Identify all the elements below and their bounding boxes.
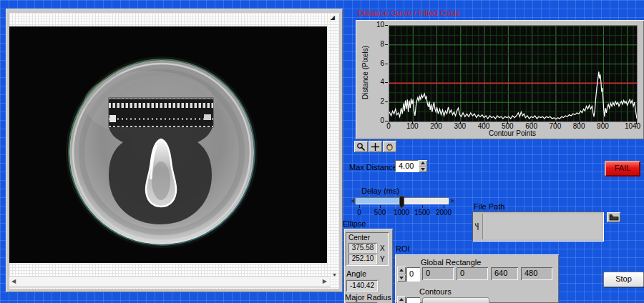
x-tick-mark	[579, 121, 580, 124]
pan-tool-button[interactable]	[383, 141, 396, 152]
contours-label: Contours	[419, 287, 452, 296]
center-label: Center	[348, 234, 370, 242]
graph-palette	[354, 141, 399, 153]
spinner-up-button[interactable]	[419, 160, 427, 167]
scale-tick	[422, 205, 423, 208]
max-distance-label: Max Distance	[349, 163, 397, 172]
y-tick-mark	[385, 82, 388, 83]
rect-bottom-value[interactable]: 480	[521, 267, 552, 280]
x-tick-mark	[412, 121, 413, 124]
spinner-down-button[interactable]	[397, 274, 406, 282]
y-tick-label: 8	[366, 40, 384, 48]
y-tick-label: 10	[366, 21, 384, 29]
roi-index-value[interactable]: 0	[406, 267, 420, 282]
y-tick-mark	[385, 121, 388, 121]
scroll-down-icon[interactable]: ▼	[332, 272, 337, 277]
slider-right-arrow-icon[interactable]: ▶	[452, 198, 455, 204]
y-tick-label: 0	[366, 116, 384, 124]
camera-image	[9, 26, 327, 263]
up-arrow-icon	[399, 298, 404, 301]
chart-title: Distance Curve / Fitted Circle	[358, 9, 460, 17]
stop-button[interactable]: Stop	[603, 272, 644, 287]
slider-track[interactable]	[355, 197, 449, 204]
scale-tick	[359, 205, 360, 208]
resize-corner-icon: ◢	[331, 14, 335, 21]
angle-value[interactable]: -140.42	[346, 280, 378, 292]
browse-button[interactable]	[607, 212, 620, 222]
x-tick-label: 1040	[621, 122, 644, 130]
angle-label: Angle	[346, 269, 366, 278]
delay-slider-scale: 0 500 1000 1500 2000	[351, 205, 458, 218]
y-tick-mark	[385, 101, 388, 102]
delay-slider-label: Delay (ms)	[361, 187, 399, 195]
spinner-up-button[interactable]	[397, 267, 406, 274]
contours-index-value[interactable]	[406, 297, 420, 303]
rect-top-value[interactable]: 0	[457, 267, 488, 280]
scale-label: 2000	[431, 209, 457, 217]
camera-image-display[interactable]: ◢ ▼	[6, 9, 343, 292]
roi-cluster-label: ROI	[396, 244, 410, 253]
image-horizontal-scrollbar[interactable]: ◀ ▶	[9, 276, 330, 287]
y-axis-letter: Y	[380, 255, 385, 263]
contours-index-spinner[interactable]	[397, 296, 406, 303]
x-tick-mark	[436, 121, 437, 124]
y-tick-mark	[385, 64, 388, 64]
y-tick-label: 6	[366, 59, 384, 67]
max-distance-input[interactable]: 4.00	[395, 160, 419, 172]
folder-icon	[609, 214, 619, 221]
petri-dish-image	[9, 26, 327, 263]
y-tick-mark	[385, 25, 388, 26]
x-axis-label: Contour Points	[441, 129, 584, 137]
connector-band	[109, 98, 213, 127]
global-rectangle-label: Global Rectangle	[421, 258, 481, 267]
ellipse-cluster: Center 375.58 X 252.10 Y Angle -140.42 M…	[344, 229, 393, 303]
plot-area[interactable]	[389, 25, 638, 122]
y-tick-mark	[385, 44, 388, 45]
x-tick-mark	[389, 121, 389, 124]
scroll-left-icon[interactable]: ◀	[11, 278, 16, 285]
slider-left-arrow-icon[interactable]: ◀	[351, 198, 354, 204]
slider-fill	[356, 198, 401, 204]
up-arrow-icon	[399, 269, 404, 272]
x-tick-mark	[507, 121, 508, 124]
major-radius-label: Major Radius	[345, 293, 391, 302]
spinner-down-button[interactable]	[419, 167, 427, 173]
ellipse-cluster-label: Ellipse	[343, 219, 366, 228]
x-tick-mark	[636, 121, 637, 124]
rect-right-value[interactable]: 640	[491, 267, 518, 280]
zoom-tool-button[interactable]	[354, 141, 368, 152]
max-distance-spinner[interactable]	[419, 160, 427, 172]
center-y-value[interactable]: 252.10	[348, 254, 377, 264]
down-arrow-icon	[399, 277, 404, 279]
center-group: Center 375.58 X 252.10 Y	[346, 232, 389, 266]
file-path-control[interactable]	[472, 212, 604, 242]
scale-tick	[380, 205, 381, 208]
x-axis-letter: X	[380, 244, 385, 252]
up-arrow-icon	[421, 162, 425, 164]
hand-icon	[385, 142, 394, 152]
cursor-tool-button[interactable]	[369, 141, 382, 152]
center-x-value[interactable]: 375.58	[348, 243, 377, 254]
rect-left-value[interactable]: 0	[422, 267, 454, 280]
file-path-label: File Path	[474, 202, 504, 211]
magnifier-icon	[356, 142, 366, 152]
x-tick-mark	[484, 121, 484, 124]
image-display-margin: ◢ ▼	[9, 13, 339, 289]
contours-dropdown[interactable]	[422, 297, 489, 303]
spinner-up-button[interactable]	[397, 296, 406, 303]
file-path-input[interactable]	[482, 214, 602, 239]
roi-cluster: Global Rectangle 0 0 0 640 480 Contours	[395, 254, 559, 303]
down-arrow-icon	[421, 168, 425, 171]
crosshair-icon	[371, 142, 380, 152]
x-tick-mark	[460, 121, 461, 124]
y-tick-label: 4	[366, 78, 384, 86]
x-tick-mark	[555, 121, 556, 124]
labview-front-panel: { "chart_data": { "type": "line", "title…	[0, 0, 644, 303]
distance-chart: Distance (Pixels) Contour Points 0100200…	[356, 20, 644, 139]
path-type-icon	[474, 222, 481, 234]
y-tick-label: 2	[366, 97, 384, 105]
scale-tick	[401, 205, 402, 208]
scroll-right-icon[interactable]: ▶	[323, 278, 327, 285]
x-tick-mark	[602, 121, 603, 124]
roi-index-spinner[interactable]	[397, 267, 406, 282]
